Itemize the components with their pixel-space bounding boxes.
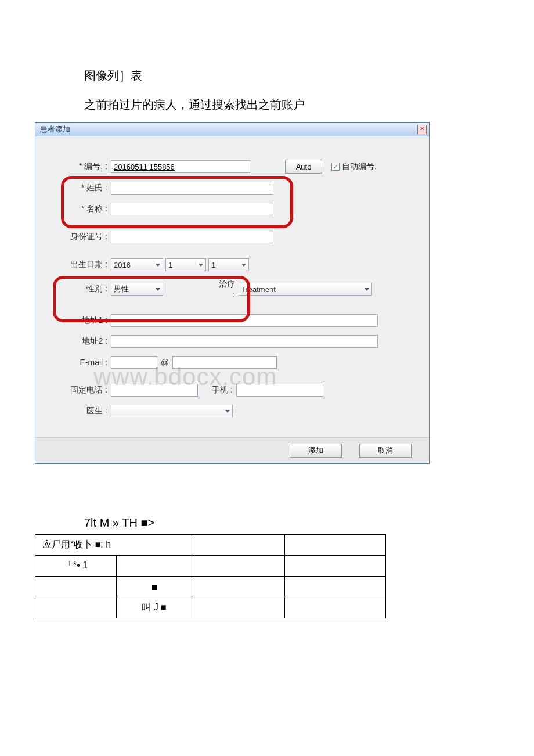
- row-birthdate: 出生日期 : 2016 1 1: [53, 258, 412, 271]
- auto-button[interactable]: Auto: [285, 160, 322, 174]
- birth-month-select[interactable]: 1: [165, 258, 206, 271]
- table-row: 叫 J ■: [35, 597, 386, 618]
- gender-label: 性别 :: [53, 284, 111, 294]
- row-firstname: * 名称 :: [53, 203, 412, 215]
- doctor-value: [114, 407, 116, 416]
- dialog-title: 患者添加: [40, 124, 70, 135]
- bottom-table: 应尸用*收卜 ■: h 「*• 1 叫 J ■: [35, 534, 386, 618]
- email-domain-input[interactable]: [172, 356, 277, 369]
- add-patient-dialog: 患者添加 ✕ * 编号. : Auto ✓ 自动编号. * 姓氏 : * 名称 …: [35, 122, 430, 464]
- table-cell: 应尸用*收卜 ■: h: [35, 535, 192, 556]
- phone-label: 固定电话 :: [53, 385, 111, 395]
- birth-year-value: 2016: [114, 261, 131, 269]
- lastname-label: * 姓氏 :: [53, 183, 111, 193]
- address2-label: 地址2 :: [53, 336, 111, 347]
- table-row: 应尸用*收卜 ■: h: [35, 535, 386, 556]
- intro-line-2: 之前拍过片的病人，通过搜索找出之前账户: [84, 93, 511, 116]
- birth-day-value: 1: [211, 261, 215, 269]
- doctor-label: 医生 :: [53, 406, 111, 416]
- table-cell: 叫 J ■: [117, 597, 192, 618]
- address2-input[interactable]: [111, 335, 378, 348]
- table-cell: [35, 597, 117, 618]
- close-button[interactable]: ✕: [417, 125, 427, 134]
- firstname-input[interactable]: [111, 203, 273, 215]
- treatment-label: 治疗 :: [215, 279, 239, 299]
- auto-number-checkbox[interactable]: ✓: [331, 163, 340, 171]
- address1-label: 地址1 :: [53, 315, 111, 326]
- table-cell: [285, 535, 386, 556]
- chevron-down-icon: [156, 288, 160, 291]
- row-email: E-mail : @: [53, 356, 412, 369]
- row-address1: 地址1 :: [53, 314, 412, 327]
- table-cell: [192, 577, 285, 597]
- row-id: * 编号. : Auto ✓ 自动编号.: [53, 160, 412, 174]
- chevron-down-icon: [365, 288, 369, 291]
- email-local-input[interactable]: [111, 356, 157, 369]
- address1-input[interactable]: [111, 314, 378, 327]
- lastname-input[interactable]: [111, 182, 273, 195]
- table-cell: 「*• 1: [35, 556, 117, 577]
- table-cell: [285, 556, 386, 577]
- table-row: 「*• 1: [35, 556, 386, 577]
- table-cell: [285, 577, 386, 597]
- row-gender-treatment: 性别 : 男性 治疗 : Treatment: [53, 279, 412, 299]
- dialog-titlebar: 患者添加 ✕: [35, 123, 429, 136]
- table-cell: [285, 597, 386, 618]
- table-cell: [192, 556, 285, 577]
- idcard-label: 身份证号 :: [53, 232, 111, 242]
- phone-input[interactable]: [111, 384, 198, 397]
- firstname-label: * 名称 :: [53, 204, 111, 214]
- row-address2: 地址2 :: [53, 335, 412, 348]
- doctor-select[interactable]: [111, 405, 233, 417]
- table-row: [35, 577, 386, 597]
- auto-number-label: 自动编号.: [342, 161, 377, 172]
- table-cell: [192, 597, 285, 618]
- treatment-value: Treatment: [241, 285, 276, 294]
- section2-title: 7lt M » TH ■>: [84, 516, 511, 530]
- mobile-label: 手机 :: [210, 385, 236, 395]
- email-at-symbol: @: [157, 358, 172, 367]
- id-input[interactable]: [111, 160, 250, 173]
- gender-select[interactable]: 男性: [111, 283, 163, 296]
- mobile-input[interactable]: [236, 384, 323, 397]
- chevron-down-icon: [241, 264, 246, 267]
- gender-value: 男性: [114, 284, 129, 294]
- row-doctor: 医生 :: [53, 405, 412, 417]
- row-phone-mobile: 固定电话 : 手机 :: [53, 384, 412, 397]
- birth-year-select[interactable]: 2016: [111, 258, 163, 271]
- birth-month-value: 1: [168, 261, 172, 269]
- idcard-input[interactable]: [111, 231, 273, 243]
- intro-line-1: 图像列］表: [84, 64, 511, 87]
- row-idcard: 身份证号 :: [53, 231, 412, 243]
- id-label: * 编号. :: [53, 161, 111, 172]
- add-button[interactable]: 添加: [290, 444, 342, 458]
- chevron-down-icon: [156, 264, 160, 267]
- row-lastname: * 姓氏 :: [53, 182, 412, 195]
- treatment-select[interactable]: Treatment: [239, 283, 372, 296]
- table-cell: [192, 535, 285, 556]
- chevron-down-icon: [199, 264, 203, 267]
- dialog-body: * 编号. : Auto ✓ 自动编号. * 姓氏 : * 名称 : 身份证号 …: [35, 136, 429, 437]
- email-label: E-mail :: [53, 358, 111, 367]
- table-cell: [35, 577, 117, 597]
- birth-label: 出生日期 :: [53, 260, 111, 270]
- cancel-button[interactable]: 取消: [359, 444, 412, 458]
- square-icon: [152, 585, 157, 590]
- table-cell: [117, 556, 192, 577]
- birth-day-select[interactable]: 1: [208, 258, 249, 271]
- table-cell: [117, 577, 192, 597]
- dialog-footer: 添加 取消: [35, 437, 429, 463]
- chevron-down-icon: [225, 410, 230, 413]
